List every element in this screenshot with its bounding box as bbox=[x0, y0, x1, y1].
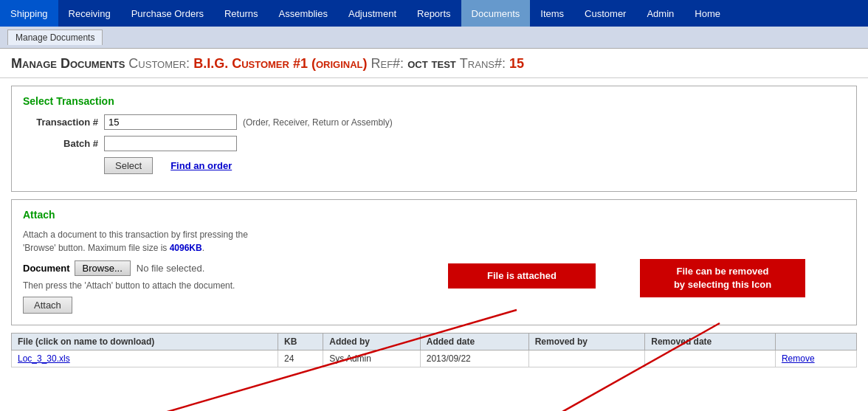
cell-added-by: Sys Admin bbox=[323, 350, 420, 367]
remove-link[interactable]: Remove bbox=[782, 353, 815, 364]
nav-purchase-orders[interactable]: Purchase Orders bbox=[121, 0, 214, 27]
file-table: File (click on name to download) KB Adde… bbox=[11, 333, 857, 367]
file-table-body: Loc_3_30.xls 24 Sys Admin 2013/09/22 Rem… bbox=[12, 350, 857, 367]
select-button[interactable]: Select bbox=[104, 157, 153, 174]
attach-description: Attach a document to this transaction by… bbox=[23, 228, 845, 255]
batch-row: Batch # bbox=[23, 136, 845, 151]
attach-button[interactable]: Attach bbox=[23, 297, 72, 314]
document-label: Document bbox=[23, 263, 70, 274]
batch-label: Batch # bbox=[23, 138, 104, 149]
main-content: Manage Documents Customer: B.I.G. Custom… bbox=[0, 49, 868, 367]
no-file-text: No file selected. bbox=[137, 263, 205, 274]
nav-bar: Shipping Receiving Purchase Orders Retur… bbox=[0, 0, 868, 27]
attach-legend: Attach bbox=[23, 209, 845, 221]
select-transaction-section: Select Transaction Transaction # (Order,… bbox=[11, 86, 857, 192]
nav-admin[interactable]: Admin bbox=[636, 0, 684, 27]
batch-input[interactable] bbox=[104, 136, 237, 151]
breadcrumb: Manage Documents bbox=[7, 30, 103, 45]
nav-home[interactable]: Home bbox=[684, 0, 731, 27]
cell-removed-date bbox=[645, 350, 776, 367]
col-added-date: Added date bbox=[420, 334, 528, 350]
ref-value: oct test bbox=[407, 56, 456, 71]
breadcrumb-bar: Manage Documents bbox=[0, 27, 868, 49]
col-removed-date: Removed date bbox=[645, 334, 776, 350]
nav-shipping[interactable]: Shipping bbox=[0, 0, 58, 27]
nav-receiving[interactable]: Receiving bbox=[58, 0, 121, 27]
size-highlight: 4096KB bbox=[170, 243, 202, 253]
nav-adjustment[interactable]: Adjustment bbox=[338, 0, 407, 27]
cell-added-date: 2013/09/22 bbox=[420, 350, 528, 367]
file-table-container: File (click on name to download) KB Adde… bbox=[11, 333, 857, 367]
table-row: Loc_3_30.xls 24 Sys Admin 2013/09/22 Rem… bbox=[12, 350, 857, 367]
transaction-label: Transaction # bbox=[23, 117, 104, 128]
select-button-row: Select Find an order bbox=[104, 157, 845, 174]
page-wrapper: Shipping Receiving Purchase Orders Retur… bbox=[0, 0, 868, 411]
customer-label: Customer: bbox=[128, 56, 190, 71]
col-action bbox=[775, 334, 856, 350]
col-kb: KB bbox=[278, 334, 323, 350]
nav-items[interactable]: Items bbox=[530, 0, 574, 27]
annotation-file-attached: File is attached bbox=[448, 263, 596, 289]
col-removed-by: Removed by bbox=[528, 334, 645, 350]
col-added-by: Added by bbox=[323, 334, 420, 350]
nav-documents[interactable]: Documents bbox=[461, 0, 531, 27]
annotation-file-remove: File can be removedby selecting this Ico… bbox=[640, 259, 805, 297]
nav-customer[interactable]: Customer bbox=[574, 0, 636, 27]
transaction-input[interactable] bbox=[104, 114, 237, 130]
file-link[interactable]: Loc_3_30.xls bbox=[18, 353, 70, 364]
page-title: Manage Documents Customer: B.I.G. Custom… bbox=[11, 56, 524, 71]
col-file: File (click on name to download) bbox=[12, 334, 278, 350]
cell-kb: 24 bbox=[278, 350, 323, 367]
customer-name: B.I.G. Customer #1 (original) bbox=[193, 56, 367, 71]
nav-reports[interactable]: Reports bbox=[407, 0, 461, 27]
trans-value: 15 bbox=[509, 56, 524, 71]
table-header-row: File (click on name to download) KB Adde… bbox=[12, 334, 857, 350]
trans-label: Trans#: bbox=[460, 56, 506, 71]
select-transaction-legend: Select Transaction bbox=[23, 95, 845, 107]
ref-label: Ref#: bbox=[371, 56, 404, 71]
find-order-link[interactable]: Find an order bbox=[170, 160, 232, 171]
manage-documents-title: Manage Documents bbox=[11, 56, 125, 71]
nav-returns[interactable]: Returns bbox=[214, 0, 269, 27]
transaction-hint: (Order, Receiver, Return or Assembly) bbox=[243, 117, 393, 128]
transaction-row: Transaction # (Order, Receiver, Return o… bbox=[23, 114, 845, 130]
browse-button[interactable]: Browse... bbox=[75, 260, 131, 276]
nav-assemblies[interactable]: Assemblies bbox=[269, 0, 338, 27]
cell-removed-by bbox=[528, 350, 645, 367]
page-header: Manage Documents Customer: B.I.G. Custom… bbox=[0, 49, 868, 78]
